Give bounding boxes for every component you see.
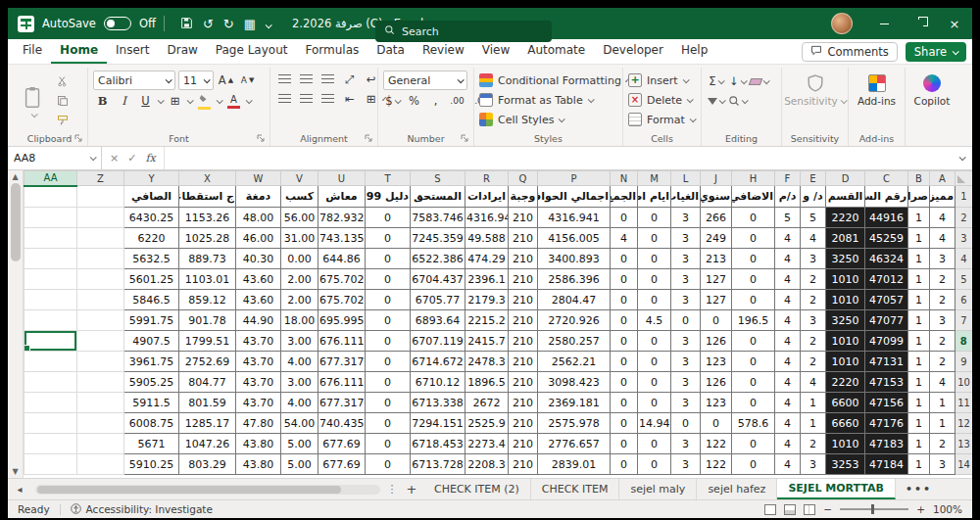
ribbon-tab-developer[interactable]: Developer: [594, 38, 672, 64]
cell-S4[interactable]: 6522.386: [411, 249, 466, 269]
cell-R13[interactable]: 2273.4: [466, 434, 509, 454]
cell-Y7[interactable]: 5991.75: [124, 310, 179, 331]
cell-R1[interactable]: ايرادات: [466, 186, 509, 208]
cell-X7[interactable]: 901.78: [179, 310, 236, 331]
cell-B4[interactable]: 1: [908, 249, 930, 269]
cell-F9[interactable]: 4: [775, 352, 801, 372]
cell-H11[interactable]: 0: [732, 393, 775, 413]
cell-B7[interactable]: 1: [908, 310, 930, 331]
row-header-13[interactable]: 13: [956, 434, 973, 454]
cell-P5[interactable]: 2586.396: [538, 269, 611, 290]
shrink-font-icon[interactable]: A▼: [238, 71, 257, 89]
cell-AA3[interactable]: [24, 228, 77, 249]
cell-F7[interactable]: 4: [775, 310, 801, 331]
accessibility-status[interactable]: Accessibility: Investigate: [86, 503, 213, 515]
cell-T4[interactable]: 0: [366, 249, 411, 269]
cell-T9[interactable]: 0: [366, 352, 411, 372]
cell-J4[interactable]: 213: [701, 249, 732, 269]
minimize-button[interactable]: [866, 8, 902, 39]
ribbon-tab-home[interactable]: Home: [51, 38, 107, 64]
sort-filter-icon[interactable]: [707, 92, 725, 110]
alignment-launcher-icon[interactable]: [365, 134, 373, 143]
sheet-tab-check-item[interactable]: CHECK ITEM: [531, 479, 620, 499]
cell-F1[interactable]: د/م: [775, 186, 801, 208]
cell-B10[interactable]: 1: [908, 372, 930, 393]
cell-U12[interactable]: 740.435: [318, 413, 366, 434]
cell-E13[interactable]: 2: [801, 434, 826, 454]
cell-T3[interactable]: 0: [366, 228, 411, 249]
qat-customize-icon[interactable]: [266, 18, 270, 30]
cell-N4[interactable]: 0: [611, 249, 638, 269]
cell-C11[interactable]: 47156: [865, 393, 908, 413]
formula-bar-expand-icon[interactable]: [951, 147, 972, 169]
cell-D14[interactable]: 3253: [826, 454, 865, 475]
cell-W6[interactable]: 43.60: [236, 290, 281, 310]
cell-Z8[interactable]: [77, 331, 124, 352]
grow-font-icon[interactable]: A▲: [217, 71, 235, 89]
cell-R12[interactable]: 2525.9: [466, 413, 509, 434]
cell-F12[interactable]: 4: [775, 413, 801, 434]
cell-X4[interactable]: 889.73: [179, 249, 236, 269]
font-name-select[interactable]: Calibri: [93, 71, 175, 90]
row-header-2[interactable]: 2: [956, 208, 973, 228]
column-header-S[interactable]: S: [411, 171, 466, 186]
cell-H1[interactable]: الاضافي: [732, 186, 775, 208]
cell-L14[interactable]: 3: [671, 454, 701, 475]
cell-M12[interactable]: 14.94: [638, 413, 671, 434]
align-middle-icon[interactable]: [297, 71, 316, 88]
cell-X14[interactable]: 803.29: [179, 454, 236, 475]
cell-S2[interactable]: 7583.746: [411, 208, 466, 228]
cell-AA13[interactable]: [24, 434, 77, 454]
sensitivity-button[interactable]: Sensitivity: [787, 71, 843, 107]
cell-AA7[interactable]: [24, 310, 77, 331]
cell-S7[interactable]: 6893.64: [411, 310, 466, 331]
cell-A8[interactable]: 2: [930, 331, 956, 352]
cell-A4[interactable]: 3: [930, 249, 956, 269]
undo-icon[interactable]: ↺: [203, 18, 214, 30]
fill-icon[interactable]: ↓: [728, 72, 747, 90]
cell-J10[interactable]: 126: [701, 372, 732, 393]
cell-U9[interactable]: 677.317: [318, 352, 366, 372]
page-break-view-icon[interactable]: [804, 504, 815, 515]
cell-E3[interactable]: 4: [801, 228, 826, 249]
cell-Y12[interactable]: 6008.75: [124, 413, 179, 434]
cell-A6[interactable]: 2: [930, 290, 956, 310]
font-color-dropdown-icon[interactable]: [246, 97, 253, 104]
cell-S12[interactable]: 7294.151: [411, 413, 466, 434]
cell-E5[interactable]: 2: [801, 269, 826, 290]
cell-E6[interactable]: 2: [801, 290, 826, 310]
row-header-1[interactable]: 1: [956, 186, 973, 208]
cell-L8[interactable]: 3: [671, 331, 701, 352]
cell-W5[interactable]: 43.60: [236, 269, 281, 290]
cell-F13[interactable]: 4: [775, 434, 801, 454]
close-button[interactable]: ×: [937, 8, 972, 39]
cell-H10[interactable]: 0: [732, 372, 775, 393]
cell-B11[interactable]: 1: [908, 393, 930, 413]
cell-E9[interactable]: 2: [801, 352, 826, 372]
cell-P4[interactable]: 3400.893: [538, 249, 611, 269]
cell-X3[interactable]: 1025.28: [179, 228, 236, 249]
find-select-icon[interactable]: [728, 92, 747, 110]
cell-Z4[interactable]: [77, 249, 124, 269]
cell-X13[interactable]: 1047.26: [179, 434, 236, 454]
cell-D11[interactable]: 6600: [826, 393, 865, 413]
cell-P13[interactable]: 2776.657: [538, 434, 611, 454]
cell-S14[interactable]: 6713.728: [411, 454, 466, 475]
cell-V10[interactable]: 3.00: [281, 372, 318, 393]
cell-N3[interactable]: 4: [611, 228, 638, 249]
cell-E10[interactable]: 4: [801, 372, 826, 393]
row-header-6[interactable]: 6: [956, 290, 973, 310]
cell-T6[interactable]: 0: [366, 290, 411, 310]
column-header-X[interactable]: X: [179, 171, 236, 186]
column-header-C[interactable]: C: [865, 171, 908, 186]
borders-icon[interactable]: ⊞: [166, 92, 184, 110]
cell-U7[interactable]: 695.995: [318, 310, 366, 331]
cell-X8[interactable]: 1799.51: [179, 331, 236, 352]
cell-M9[interactable]: 0: [638, 352, 671, 372]
cell-Z10[interactable]: [77, 372, 124, 393]
ribbon-tab-file[interactable]: File: [14, 38, 51, 64]
cell-U6[interactable]: 675.702: [318, 290, 366, 310]
cell-B1[interactable]: صراف: [908, 186, 930, 208]
cell-F4[interactable]: 4: [775, 249, 801, 269]
row-header-8[interactable]: 8: [956, 331, 973, 352]
